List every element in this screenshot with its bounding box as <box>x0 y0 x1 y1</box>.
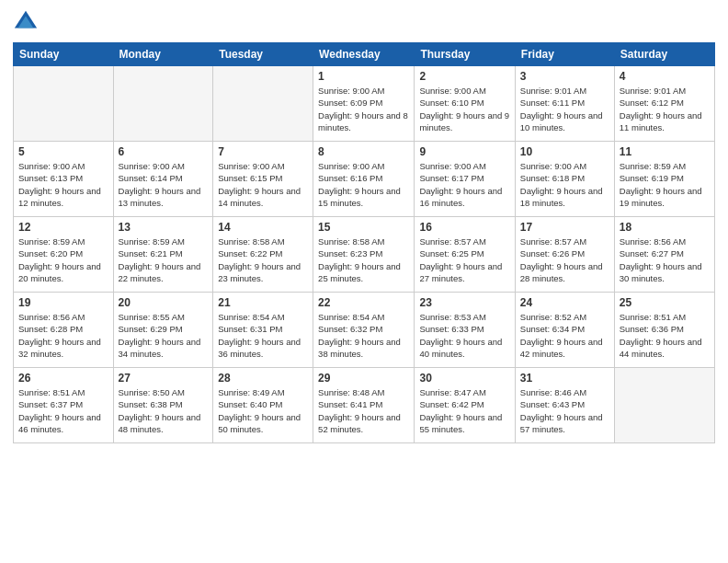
calendar-cell: 5Sunrise: 9:00 AMSunset: 6:13 PMDaylight… <box>14 142 114 217</box>
calendar-cell: 14Sunrise: 8:58 AMSunset: 6:22 PMDayligh… <box>213 217 313 293</box>
calendar-cell: 23Sunrise: 8:53 AMSunset: 6:33 PMDayligh… <box>415 293 515 368</box>
calendar-cell: 12Sunrise: 8:59 AMSunset: 6:20 PMDayligh… <box>14 217 114 293</box>
day-info: Sunrise: 8:54 AMSunset: 6:32 PMDaylight:… <box>318 311 409 360</box>
day-number: 17 <box>520 221 609 234</box>
day-info: Sunrise: 8:46 AMSunset: 6:43 PMDaylight:… <box>520 386 609 435</box>
calendar-cell: 1Sunrise: 9:00 AMSunset: 6:09 PMDaylight… <box>313 66 415 142</box>
day-number: 11 <box>620 145 710 158</box>
calendar-cell <box>113 66 213 142</box>
calendar-cell: 25Sunrise: 8:51 AMSunset: 6:36 PMDayligh… <box>614 293 714 368</box>
day-number: 16 <box>419 221 509 234</box>
day-number: 1 <box>318 70 409 83</box>
day-number: 30 <box>419 372 509 385</box>
week-row-5: 26Sunrise: 8:51 AMSunset: 6:37 PMDayligh… <box>14 368 715 443</box>
calendar-cell: 29Sunrise: 8:48 AMSunset: 6:41 PMDayligh… <box>313 368 415 443</box>
calendar-cell: 13Sunrise: 8:59 AMSunset: 6:21 PMDayligh… <box>113 217 213 293</box>
day-info: Sunrise: 9:00 AMSunset: 6:16 PMDaylight:… <box>318 160 409 209</box>
day-number: 28 <box>218 372 308 385</box>
day-number: 5 <box>18 145 108 158</box>
day-number: 24 <box>520 296 609 309</box>
week-row-2: 5Sunrise: 9:00 AMSunset: 6:13 PMDaylight… <box>14 142 715 217</box>
day-number: 26 <box>18 372 108 385</box>
day-header-tuesday: Tuesday <box>213 43 313 66</box>
day-header-sunday: Sunday <box>14 43 114 66</box>
calendar-cell: 7Sunrise: 9:00 AMSunset: 6:15 PMDaylight… <box>213 142 313 217</box>
day-number: 12 <box>18 221 108 234</box>
calendar-cell: 3Sunrise: 9:01 AMSunset: 6:11 PMDaylight… <box>515 66 614 142</box>
calendar-cell: 31Sunrise: 8:46 AMSunset: 6:43 PMDayligh… <box>515 368 614 443</box>
day-info: Sunrise: 9:00 AMSunset: 6:15 PMDaylight:… <box>218 160 308 209</box>
week-row-4: 19Sunrise: 8:56 AMSunset: 6:28 PMDayligh… <box>14 293 715 368</box>
day-number: 29 <box>318 372 409 385</box>
day-info: Sunrise: 8:49 AMSunset: 6:40 PMDaylight:… <box>218 386 308 435</box>
calendar-cell: 16Sunrise: 8:57 AMSunset: 6:25 PMDayligh… <box>415 217 515 293</box>
calendar-cell: 9Sunrise: 9:00 AMSunset: 6:17 PMDaylight… <box>415 142 515 217</box>
calendar-cell: 10Sunrise: 9:00 AMSunset: 6:18 PMDayligh… <box>515 142 614 217</box>
day-header-wednesday: Wednesday <box>313 43 415 66</box>
day-info: Sunrise: 9:00 AMSunset: 6:14 PMDaylight:… <box>119 160 209 209</box>
calendar-cell <box>213 66 313 142</box>
day-number: 27 <box>119 372 209 385</box>
day-info: Sunrise: 8:56 AMSunset: 6:28 PMDaylight:… <box>18 311 108 360</box>
day-number: 19 <box>18 296 108 309</box>
day-number: 7 <box>218 145 308 158</box>
day-number: 6 <box>119 145 209 158</box>
day-info: Sunrise: 8:52 AMSunset: 6:34 PMDaylight:… <box>520 311 609 360</box>
calendar-cell: 22Sunrise: 8:54 AMSunset: 6:32 PMDayligh… <box>313 293 415 368</box>
calendar-cell: 20Sunrise: 8:55 AMSunset: 6:29 PMDayligh… <box>113 293 213 368</box>
day-info: Sunrise: 8:58 AMSunset: 6:22 PMDaylight:… <box>218 236 308 284</box>
day-info: Sunrise: 8:51 AMSunset: 6:37 PMDaylight:… <box>18 386 108 435</box>
calendar-cell: 28Sunrise: 8:49 AMSunset: 6:40 PMDayligh… <box>213 368 313 443</box>
day-info: Sunrise: 8:59 AMSunset: 6:21 PMDaylight:… <box>119 236 209 284</box>
calendar-cell: 17Sunrise: 8:57 AMSunset: 6:26 PMDayligh… <box>515 217 614 293</box>
calendar-header-row: SundayMondayTuesdayWednesdayThursdayFrid… <box>14 43 715 66</box>
day-number: 25 <box>620 296 710 309</box>
day-info: Sunrise: 8:59 AMSunset: 6:20 PMDaylight:… <box>18 236 108 284</box>
calendar-cell: 27Sunrise: 8:50 AMSunset: 6:38 PMDayligh… <box>113 368 213 443</box>
calendar-cell: 15Sunrise: 8:58 AMSunset: 6:23 PMDayligh… <box>313 217 415 293</box>
calendar-cell <box>14 66 114 142</box>
day-info: Sunrise: 8:55 AMSunset: 6:29 PMDaylight:… <box>119 311 209 360</box>
day-info: Sunrise: 9:00 AMSunset: 6:09 PMDaylight:… <box>318 85 409 133</box>
day-number: 4 <box>620 70 710 83</box>
day-number: 20 <box>119 296 209 309</box>
day-info: Sunrise: 9:00 AMSunset: 6:17 PMDaylight:… <box>419 160 509 209</box>
day-info: Sunrise: 8:57 AMSunset: 6:25 PMDaylight:… <box>419 236 509 284</box>
day-info: Sunrise: 8:54 AMSunset: 6:31 PMDaylight:… <box>218 311 308 360</box>
day-info: Sunrise: 8:53 AMSunset: 6:33 PMDaylight:… <box>419 311 509 360</box>
day-number: 14 <box>218 221 308 234</box>
day-number: 9 <box>419 145 509 158</box>
day-header-friday: Friday <box>515 43 614 66</box>
day-info: Sunrise: 8:51 AMSunset: 6:36 PMDaylight:… <box>620 311 710 360</box>
day-info: Sunrise: 8:57 AMSunset: 6:26 PMDaylight:… <box>520 236 609 284</box>
calendar-cell: 4Sunrise: 9:01 AMSunset: 6:12 PMDaylight… <box>614 66 714 142</box>
day-number: 15 <box>318 221 409 234</box>
calendar-cell: 21Sunrise: 8:54 AMSunset: 6:31 PMDayligh… <box>213 293 313 368</box>
day-info: Sunrise: 9:01 AMSunset: 6:11 PMDaylight:… <box>520 85 609 133</box>
day-info: Sunrise: 8:47 AMSunset: 6:42 PMDaylight:… <box>419 386 509 435</box>
calendar: SundayMondayTuesdayWednesdayThursdayFrid… <box>13 42 715 443</box>
day-header-monday: Monday <box>113 43 213 66</box>
calendar-cell: 24Sunrise: 8:52 AMSunset: 6:34 PMDayligh… <box>515 293 614 368</box>
calendar-cell <box>614 368 714 443</box>
day-info: Sunrise: 9:00 AMSunset: 6:18 PMDaylight:… <box>520 160 609 209</box>
logo <box>13 9 42 35</box>
week-row-1: 1Sunrise: 9:00 AMSunset: 6:09 PMDaylight… <box>14 66 715 142</box>
day-number: 23 <box>419 296 509 309</box>
day-number: 31 <box>520 372 609 385</box>
calendar-cell: 11Sunrise: 8:59 AMSunset: 6:19 PMDayligh… <box>614 142 714 217</box>
day-number: 21 <box>218 296 308 309</box>
day-number: 13 <box>119 221 209 234</box>
day-number: 2 <box>419 70 509 83</box>
calendar-cell: 19Sunrise: 8:56 AMSunset: 6:28 PMDayligh… <box>14 293 114 368</box>
day-info: Sunrise: 8:48 AMSunset: 6:41 PMDaylight:… <box>318 386 409 435</box>
header <box>13 9 715 35</box>
day-info: Sunrise: 8:58 AMSunset: 6:23 PMDaylight:… <box>318 236 409 284</box>
day-number: 8 <box>318 145 409 158</box>
day-info: Sunrise: 9:01 AMSunset: 6:12 PMDaylight:… <box>620 85 710 133</box>
day-info: Sunrise: 8:50 AMSunset: 6:38 PMDaylight:… <box>119 386 209 435</box>
calendar-cell: 18Sunrise: 8:56 AMSunset: 6:27 PMDayligh… <box>614 217 714 293</box>
calendar-cell: 30Sunrise: 8:47 AMSunset: 6:42 PMDayligh… <box>415 368 515 443</box>
logo-icon <box>13 9 39 35</box>
day-info: Sunrise: 9:00 AMSunset: 6:13 PMDaylight:… <box>18 160 108 209</box>
